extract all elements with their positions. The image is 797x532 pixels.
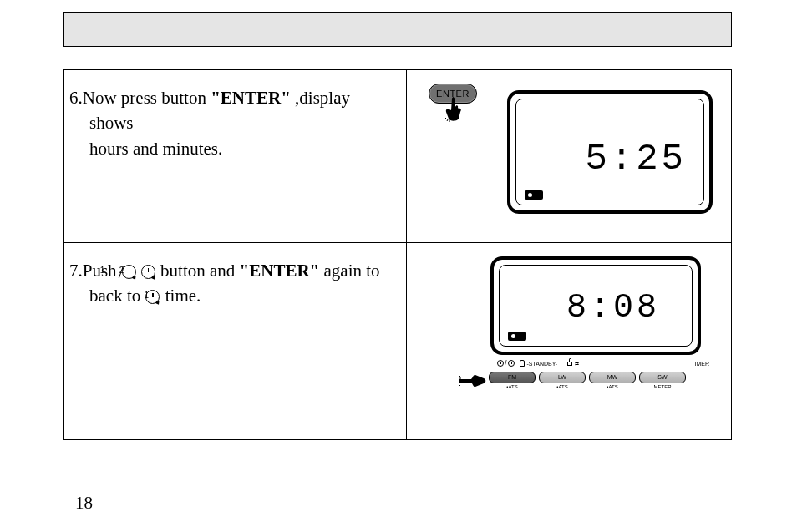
lcd-indicator-icon — [525, 190, 543, 200]
fm-button[interactable]: FM — [489, 372, 536, 383]
step-number: 7. — [69, 261, 83, 281]
table-row: 6.Now press button "ENTER" ,display show… — [64, 70, 731, 242]
step-text: time. — [160, 286, 201, 306]
instruction-table: 6.Now press button "ENTER" ,display show… — [63, 69, 732, 440]
lcd-display: 8:08 — [490, 256, 701, 355]
step-7-text-cell: 7.Push / button and "ENTER" again to bac… — [64, 243, 407, 439]
step-number: 6. — [69, 88, 83, 108]
sub-label: •ATS — [589, 384, 636, 389]
step-text: button and — [156, 261, 240, 281]
header-bar — [63, 12, 732, 47]
clock1-icon — [145, 290, 160, 304]
step-6-diagram-cell: ENTER 5:25 — [407, 70, 731, 242]
step-text: Now press button — [83, 88, 211, 108]
step-bold: "ENTER" — [240, 261, 320, 281]
lcd-indicator-icon — [508, 332, 526, 341]
sw-button[interactable]: SW — [639, 372, 686, 383]
step-text: again to — [319, 261, 379, 281]
sub-label: •ATS — [489, 384, 536, 389]
enter-button-illustration: ENTER — [429, 84, 477, 104]
lw-button[interactable]: LW — [539, 372, 586, 383]
step-text: hours and minutes. — [69, 136, 389, 161]
step-7-diagram-cell: 8:08 / -STANDBY- — [407, 243, 731, 439]
step-text: back to — [89, 286, 145, 306]
button-bar-illustration: / -STANDBY- ⇄ TIMER — [464, 357, 714, 389]
hand-press-icon — [459, 372, 487, 390]
lcd-time-value: 5:25 — [585, 138, 687, 180]
step-bold: "ENTER" — [211, 88, 291, 108]
clock1-icon — [122, 265, 136, 279]
sub-label: METER — [639, 384, 686, 389]
sub-label: •ATS — [539, 384, 586, 389]
lcd-display: 5:25 — [507, 90, 713, 214]
lcd-time-value: 8:08 — [566, 289, 660, 327]
mw-button[interactable]: MW — [589, 372, 636, 383]
clock-pair-icon: / — [497, 359, 515, 367]
clock2-icon — [141, 265, 155, 279]
table-row: 7.Push / button and "ENTER" again to bac… — [64, 242, 731, 439]
hand-press-icon — [444, 97, 464, 122]
lock-icon: ⇄ — [567, 361, 579, 367]
button-bar-labels: / -STANDBY- ⇄ TIMER — [464, 357, 714, 370]
timer-label: TIMER — [691, 361, 709, 367]
standby-label: -STANDBY- — [520, 360, 558, 367]
page-number: 18 — [75, 493, 93, 514]
step-6-text-cell: 6.Now press button "ENTER" ,display show… — [64, 70, 407, 242]
